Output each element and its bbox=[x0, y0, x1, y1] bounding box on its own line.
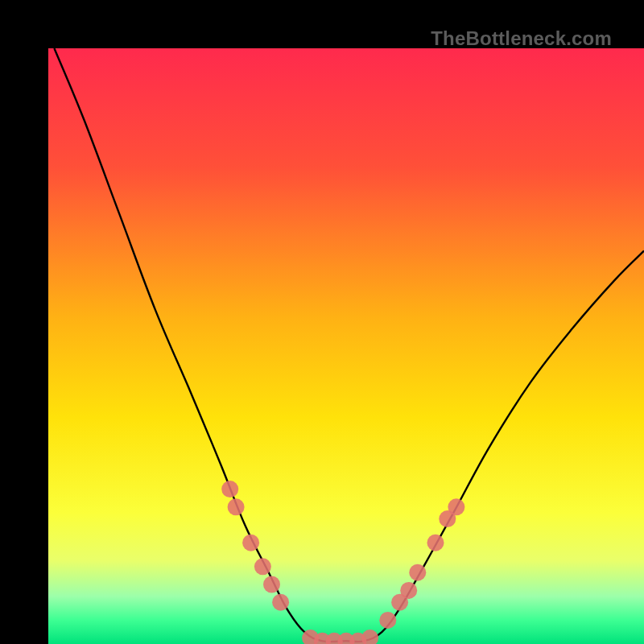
watermark-text: TheBottleneck.com bbox=[431, 27, 612, 50]
marker-dot bbox=[409, 564, 426, 581]
chart-frame: TheBottleneck.com bbox=[0, 0, 644, 644]
marker-dot bbox=[242, 535, 259, 551]
chart-svg bbox=[48, 48, 644, 644]
marker-dot bbox=[448, 498, 464, 515]
marker-dot bbox=[427, 535, 444, 551]
marker-dot bbox=[254, 558, 271, 575]
marker-dot bbox=[221, 481, 238, 497]
marker-dot bbox=[228, 498, 245, 515]
marker-dot bbox=[272, 594, 289, 611]
gradient-background bbox=[48, 48, 644, 644]
marker-dot bbox=[263, 576, 280, 593]
marker-dot bbox=[400, 582, 417, 599]
plot-area bbox=[48, 48, 644, 644]
marker-dot bbox=[379, 612, 396, 629]
